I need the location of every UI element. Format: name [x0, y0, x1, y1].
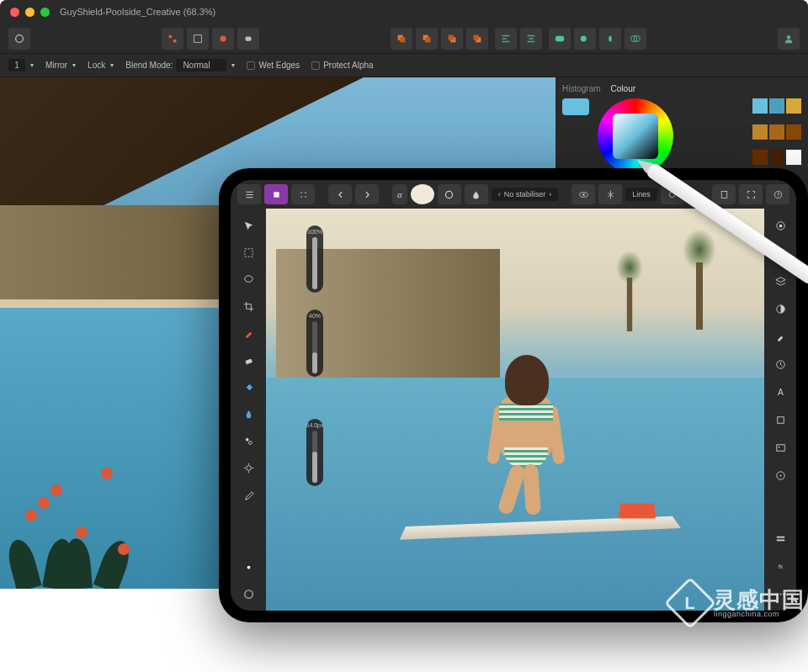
redo-button[interactable] [355, 184, 379, 204]
swatch[interactable] [786, 150, 801, 165]
boolean-add-button[interactable] [549, 28, 571, 50]
fullscreen-button[interactable] [739, 184, 763, 204]
window-controls [10, 8, 50, 17]
snapping-button[interactable] [162, 28, 183, 50]
svg-rect-5 [400, 37, 405, 42]
desktop-main-toolbar [0, 24, 808, 54]
adjustments-studio-button[interactable] [768, 297, 792, 320]
primary-colour-swatch[interactable] [562, 98, 589, 115]
swatch[interactable] [769, 98, 784, 114]
selection-tool[interactable] [237, 241, 260, 264]
symmetry-button[interactable] [598, 184, 622, 204]
assistant-button[interactable] [212, 28, 234, 50]
swatch[interactable] [769, 150, 784, 165]
document-title: GuyShield-Poolside_Creative (68.3%) [60, 7, 215, 17]
modifier-ring[interactable] [237, 582, 260, 606]
brush-opacity-slider[interactable]: 100% [306, 225, 323, 293]
eye-preview-button[interactable] [571, 184, 595, 204]
eraser-tool[interactable] [237, 348, 260, 372]
arrange-forward-button[interactable] [441, 28, 463, 50]
fx-button[interactable]: fx [768, 554, 792, 578]
svg-rect-28 [721, 191, 727, 198]
boolean-subtract-button[interactable] [574, 28, 596, 50]
colour-tab[interactable]: Colour [611, 84, 635, 93]
swatch[interactable] [752, 150, 768, 165]
svg-rect-1 [194, 34, 202, 42]
brush-width-field[interactable]: 1 [8, 59, 25, 71]
boolean-intersect-button[interactable] [599, 28, 621, 50]
swatch[interactable] [752, 124, 768, 140]
svg-rect-7 [425, 37, 430, 42]
mirror-option[interactable]: Mirror▾ [45, 61, 76, 70]
histogram-tab[interactable]: Histogram [562, 84, 601, 93]
protect-alpha-checkbox[interactable]: Protect Alpha [311, 61, 373, 70]
help-button[interactable]: ? [766, 184, 789, 204]
stabiliser-dropdown[interactable]: ‹No stabiliser› [492, 188, 559, 201]
svg-text:?: ? [776, 191, 779, 197]
blend-mode-select[interactable]: Normal [176, 59, 226, 71]
svg-rect-52 [776, 536, 784, 537]
svg-point-15 [609, 35, 612, 41]
move-tool[interactable] [237, 214, 260, 237]
navigator-studio-button[interactable] [768, 463, 792, 487]
colour-chip-button[interactable] [411, 184, 434, 204]
desktop-context-toolbar: 1▾ Mirror▾ Lock▾ Blend Mode:Normal▾ Wet … [0, 54, 808, 77]
svg-rect-11 [474, 34, 479, 40]
arrange-backward-button[interactable] [416, 28, 438, 50]
symmetry-lines-control[interactable]: Lines [625, 188, 657, 201]
minimize-window-button[interactable] [25, 8, 35, 17]
document-menu-button[interactable] [712, 184, 736, 204]
arrange-front-button[interactable] [466, 28, 488, 50]
svg-rect-9 [449, 34, 454, 40]
alpha-button[interactable]: α [392, 184, 407, 204]
close-window-button[interactable] [10, 8, 19, 17]
clone-tool[interactable] [237, 429, 260, 452]
smudge-tool[interactable] [237, 402, 260, 426]
brush-flow-slider[interactable]: 40% [306, 310, 323, 377]
arrange-back-button[interactable] [391, 28, 412, 50]
swatch[interactable] [769, 124, 784, 140]
history-studio-button[interactable] [768, 352, 792, 376]
svg-point-26 [582, 193, 584, 195]
channels-button[interactable] [768, 526, 792, 550]
svg-point-20 [300, 192, 302, 193]
menu-button[interactable] [237, 184, 261, 204]
swatch[interactable] [752, 98, 768, 114]
transform-studio-button[interactable] [768, 408, 792, 431]
persona-toggle-button[interactable] [8, 28, 30, 50]
crop-tool[interactable] [237, 294, 260, 318]
watermark-logo-icon: L [664, 577, 716, 629]
home-persona-button[interactable] [264, 184, 288, 204]
align-left-button[interactable] [495, 28, 517, 50]
fill-tool[interactable] [237, 375, 260, 399]
modifier-dot[interactable] [237, 555, 260, 579]
swatch[interactable] [786, 98, 801, 114]
swatch[interactable] [786, 124, 801, 140]
eyedropper-tool[interactable] [237, 483, 260, 506]
brushes-studio-button[interactable] [768, 325, 792, 348]
boolean-divide-button[interactable] [625, 28, 646, 50]
ipad-canvas[interactable]: 100% 40% 64.0px [266, 209, 764, 611]
maximize-window-button[interactable] [40, 8, 50, 17]
undo-button[interactable] [328, 184, 352, 204]
preview-button[interactable] [237, 28, 259, 50]
align-center-button[interactable] [520, 28, 542, 50]
lock-option[interactable]: Lock▾ [88, 61, 114, 70]
svg-text:fx: fx [778, 564, 783, 569]
wet-edges-checkbox[interactable]: Wet Edges [247, 61, 300, 70]
layers-studio-button[interactable] [768, 269, 792, 293]
brush-size-slider[interactable]: 64.0px [306, 419, 323, 486]
text-studio-button[interactable]: A [768, 380, 792, 404]
account-button[interactable] [778, 28, 800, 50]
svg-point-22 [300, 196, 302, 198]
grid-button[interactable] [187, 28, 209, 50]
quick-mask-button[interactable] [438, 184, 461, 204]
svg-point-51 [779, 474, 781, 476]
wet-edges-icon[interactable] [465, 184, 488, 204]
grid-icon[interactable] [291, 184, 315, 204]
paint-brush-tool[interactable] [237, 321, 260, 345]
dodge-tool[interactable] [237, 456, 260, 479]
lasso-tool[interactable] [237, 267, 260, 291]
stock-studio-button[interactable] [768, 436, 792, 459]
colour-studio-button[interactable] [768, 214, 792, 237]
